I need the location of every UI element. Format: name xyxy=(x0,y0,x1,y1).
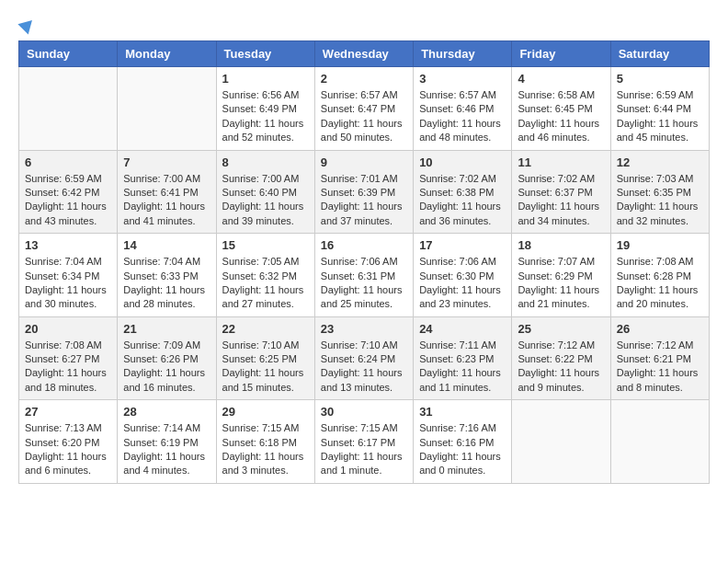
cell-text: Daylight: 11 hours and 6 minutes. xyxy=(25,450,111,478)
logo-icon xyxy=(17,15,37,34)
cell-text: Daylight: 11 hours and 37 minutes. xyxy=(321,200,407,228)
page-header xyxy=(18,18,710,31)
cell-text: Sunset: 6:16 PM xyxy=(419,436,506,450)
cell-text: Sunset: 6:42 PM xyxy=(25,186,111,200)
calendar-cell: 27Sunrise: 7:13 AMSunset: 6:20 PMDayligh… xyxy=(19,400,118,484)
day-number: 1 xyxy=(222,72,309,86)
cell-text: Sunrise: 7:06 AM xyxy=(419,255,506,269)
cell-text: Daylight: 11 hours and 36 minutes. xyxy=(419,200,506,228)
cell-text: Sunrise: 7:02 AM xyxy=(419,172,506,186)
day-number: 13 xyxy=(25,238,111,252)
cell-text: Sunrise: 7:12 AM xyxy=(518,339,604,352)
calendar-cell: 4Sunrise: 6:58 AMSunset: 6:45 PMDaylight… xyxy=(512,67,610,151)
day-of-week-header: Tuesday xyxy=(216,41,314,67)
calendar-cell: 14Sunrise: 7:04 AMSunset: 6:33 PMDayligh… xyxy=(118,234,216,317)
cell-text: Daylight: 11 hours and 20 minutes. xyxy=(617,283,703,312)
cell-text: Daylight: 11 hours and 39 minutes. xyxy=(222,200,309,228)
cell-text: Daylight: 11 hours and 0 minutes. xyxy=(419,450,506,478)
calendar-week-row: 1Sunrise: 6:56 AMSunset: 6:49 PMDaylight… xyxy=(19,67,710,151)
calendar-cell: 17Sunrise: 7:06 AMSunset: 6:30 PMDayligh… xyxy=(414,234,512,317)
day-number: 15 xyxy=(222,238,309,252)
calendar-cell: 28Sunrise: 7:14 AMSunset: 6:19 PMDayligh… xyxy=(118,400,216,484)
day-number: 26 xyxy=(617,322,703,336)
day-number: 2 xyxy=(321,72,407,86)
day-of-week-header: Friday xyxy=(512,41,610,67)
calendar-cell: 16Sunrise: 7:06 AMSunset: 6:31 PMDayligh… xyxy=(314,234,413,317)
day-number: 23 xyxy=(321,322,407,336)
calendar-cell xyxy=(512,400,610,484)
cell-text: Daylight: 11 hours and 45 minutes. xyxy=(617,117,703,145)
cell-text: Daylight: 11 hours and 28 minutes. xyxy=(123,283,210,312)
calendar-cell: 13Sunrise: 7:04 AMSunset: 6:34 PMDayligh… xyxy=(19,234,118,317)
calendar-cell: 2Sunrise: 6:57 AMSunset: 6:47 PMDaylight… xyxy=(314,67,413,151)
calendar-cell: 29Sunrise: 7:15 AMSunset: 6:18 PMDayligh… xyxy=(216,400,314,484)
day-number: 4 xyxy=(518,72,604,86)
cell-text: Daylight: 11 hours and 16 minutes. xyxy=(123,366,210,395)
calendar-cell: 6Sunrise: 6:59 AMSunset: 6:42 PMDaylight… xyxy=(19,150,118,234)
day-number: 10 xyxy=(419,155,506,169)
calendar-cell: 20Sunrise: 7:08 AMSunset: 6:27 PMDayligh… xyxy=(19,316,118,400)
cell-text: Sunset: 6:38 PM xyxy=(419,186,506,200)
day-number: 21 xyxy=(123,322,210,336)
cell-text: Sunrise: 6:59 AM xyxy=(25,172,111,186)
cell-text: Daylight: 11 hours and 13 minutes. xyxy=(321,366,407,395)
cell-text: Sunrise: 7:02 AM xyxy=(518,172,604,186)
day-number: 11 xyxy=(518,155,604,169)
cell-text: Sunset: 6:44 PM xyxy=(617,102,703,116)
calendar-table: SundayMondayTuesdayWednesdayThursdayFrid… xyxy=(18,40,710,484)
cell-text: Sunrise: 7:12 AM xyxy=(617,339,703,352)
calendar-cell: 30Sunrise: 7:15 AMSunset: 6:17 PMDayligh… xyxy=(314,400,413,484)
cell-text: Daylight: 11 hours and 25 minutes. xyxy=(321,283,407,312)
calendar-cell: 25Sunrise: 7:12 AMSunset: 6:22 PMDayligh… xyxy=(512,316,610,400)
cell-text: Sunrise: 7:11 AM xyxy=(419,339,506,352)
cell-text: Daylight: 11 hours and 41 minutes. xyxy=(123,200,210,228)
calendar-cell: 5Sunrise: 6:59 AMSunset: 6:44 PMDaylight… xyxy=(610,67,709,151)
cell-text: Sunset: 6:18 PM xyxy=(222,436,309,450)
day-number: 24 xyxy=(419,322,506,336)
cell-text: Sunrise: 7:15 AM xyxy=(321,421,407,435)
cell-text: Sunset: 6:33 PM xyxy=(123,270,210,283)
cell-text: Sunrise: 7:05 AM xyxy=(222,255,309,269)
calendar-cell: 19Sunrise: 7:08 AMSunset: 6:28 PMDayligh… xyxy=(610,234,709,317)
cell-text: Sunset: 6:23 PM xyxy=(419,352,506,366)
day-of-week-header: Monday xyxy=(118,41,216,67)
cell-text: Daylight: 11 hours and 34 minutes. xyxy=(518,200,604,228)
cell-text: Sunset: 6:27 PM xyxy=(25,352,111,366)
cell-text: Sunrise: 6:58 AM xyxy=(518,88,604,102)
cell-text: Sunset: 6:40 PM xyxy=(222,186,309,200)
logo xyxy=(18,18,35,31)
calendar-cell: 7Sunrise: 7:00 AMSunset: 6:41 PMDaylight… xyxy=(118,150,216,234)
cell-text: Daylight: 11 hours and 18 minutes. xyxy=(25,366,111,395)
cell-text: Sunset: 6:46 PM xyxy=(419,102,506,116)
cell-text: Daylight: 11 hours and 50 minutes. xyxy=(321,117,407,145)
day-number: 17 xyxy=(419,238,506,252)
cell-text: Sunrise: 7:14 AM xyxy=(123,421,210,435)
cell-text: Daylight: 11 hours and 1 minute. xyxy=(321,450,407,478)
cell-text: Sunrise: 7:04 AM xyxy=(123,255,210,269)
day-number: 8 xyxy=(222,155,309,169)
cell-text: Daylight: 11 hours and 46 minutes. xyxy=(518,117,604,145)
cell-text: Daylight: 11 hours and 48 minutes. xyxy=(419,117,506,145)
cell-text: Sunrise: 7:10 AM xyxy=(222,339,309,352)
day-number: 19 xyxy=(617,238,703,252)
calendar-week-row: 6Sunrise: 6:59 AMSunset: 6:42 PMDaylight… xyxy=(19,150,710,234)
day-number: 9 xyxy=(321,155,407,169)
cell-text: Daylight: 11 hours and 30 minutes. xyxy=(25,283,111,312)
day-number: 29 xyxy=(222,405,309,419)
day-of-week-header: Sunday xyxy=(19,41,118,67)
cell-text: Daylight: 11 hours and 11 minutes. xyxy=(419,366,506,395)
cell-text: Daylight: 11 hours and 43 minutes. xyxy=(25,200,111,228)
calendar-header-row: SundayMondayTuesdayWednesdayThursdayFrid… xyxy=(19,41,710,67)
cell-text: Sunrise: 7:10 AM xyxy=(321,339,407,352)
day-number: 3 xyxy=(419,72,506,86)
cell-text: Sunset: 6:34 PM xyxy=(25,270,111,283)
calendar-cell: 24Sunrise: 7:11 AMSunset: 6:23 PMDayligh… xyxy=(414,316,512,400)
day-number: 16 xyxy=(321,238,407,252)
calendar-cell: 23Sunrise: 7:10 AMSunset: 6:24 PMDayligh… xyxy=(314,316,413,400)
cell-text: Daylight: 11 hours and 32 minutes. xyxy=(617,200,703,228)
calendar-cell: 10Sunrise: 7:02 AMSunset: 6:38 PMDayligh… xyxy=(414,150,512,234)
day-of-week-header: Wednesday xyxy=(314,41,413,67)
cell-text: Daylight: 11 hours and 15 minutes. xyxy=(222,366,309,395)
cell-text: Sunset: 6:47 PM xyxy=(321,102,407,116)
day-number: 12 xyxy=(617,155,703,169)
